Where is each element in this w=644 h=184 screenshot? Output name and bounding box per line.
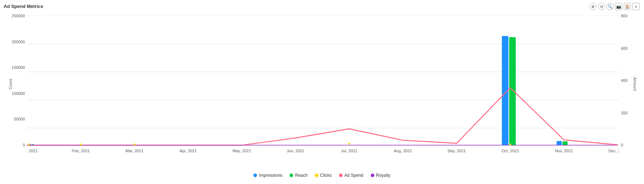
chart-svg: Jan, 2021 Feb, 2021 Mar, 2021 Apr, 2021 … <box>27 16 619 156</box>
chart-container: Ad Spend Metrics ⊕ ⊖ 🔍 📷 🏠 ≡ Count 25000… <box>0 0 644 184</box>
zoom-out-button[interactable]: ⊖ <box>598 3 605 10</box>
x-label-aug: Aug, 2021 <box>394 149 412 153</box>
legend-label-royalty: Royalty <box>376 173 391 178</box>
x-label-nov: Nov, 2021 <box>555 149 573 153</box>
legend-impressions: Impressions <box>253 173 282 178</box>
clicks-dot-jul <box>348 143 350 145</box>
legend-label-ad-spend: Ad Spend <box>344 173 364 178</box>
legend-dot-clicks <box>315 174 318 177</box>
x-label-oct: Oct, 2021 <box>501 149 519 153</box>
x-label-jul: Jul, 2021 <box>341 149 357 153</box>
ad-spend-line <box>27 88 618 145</box>
y-tick-800: 800 <box>621 14 627 18</box>
x-label-mar: Mar, 2021 <box>126 149 143 153</box>
legend-label-reach: Reach <box>295 173 308 178</box>
camera-button[interactable]: 📷 <box>615 3 622 10</box>
clicks-dot-jan <box>28 144 30 145</box>
legend-dot-impressions <box>253 174 257 177</box>
x-label-jan: Jan, 2021 <box>27 149 38 153</box>
y-tick-0-left: 0 <box>23 143 25 147</box>
legend-ad-spend: Ad Spend <box>339 173 364 178</box>
legend-dot-ad-spend <box>339 174 343 177</box>
legend-reach: Reach <box>290 173 308 178</box>
menu-button[interactable]: ≡ <box>632 3 640 10</box>
y-axis-right-label: Amount <box>633 77 637 91</box>
y-tick-600: 600 <box>621 46 627 51</box>
y-axis-left-label: Count <box>8 79 13 89</box>
bar-nov-impressions <box>557 141 562 145</box>
chart-inner: Jan, 2021 Feb, 2021 Mar, 2021 Apr, 2021 … <box>27 16 619 160</box>
y-tick-200000: 200000 <box>12 40 25 44</box>
x-label-feb: Feb, 2021 <box>72 149 90 153</box>
chart-title: Ad Spend Metrics <box>4 4 640 9</box>
legend-label-clicks: Clicks <box>320 173 332 178</box>
y-tick-150000: 150000 <box>12 65 25 70</box>
y-tick-250000: 250000 <box>12 14 25 18</box>
legend: Impressions Reach Clicks Ad Spend Royalt… <box>4 171 640 179</box>
y-tick-50000: 50000 <box>14 117 25 121</box>
bar-oct-reach <box>509 37 515 145</box>
zoom-in-button[interactable]: ⊕ <box>589 3 596 10</box>
y-tick-200: 200 <box>621 111 627 115</box>
y-tick-100000: 100000 <box>12 91 25 96</box>
toolbar: ⊕ ⊖ 🔍 📷 🏠 ≡ <box>589 3 640 10</box>
legend-dot-reach <box>290 174 293 177</box>
bar-nov-reach <box>562 141 567 145</box>
legend-royalty: Royalty <box>371 173 391 178</box>
legend-dot-royalty <box>371 174 374 177</box>
x-label-may: May, 2021 <box>232 149 251 153</box>
home-button[interactable]: 🏠 <box>624 3 631 10</box>
x-label-jun: Jun, 2021 <box>287 149 304 153</box>
clicks-dot-oct <box>509 144 511 145</box>
clicks-dot-feb <box>80 144 82 145</box>
clicks-dot-mar <box>134 144 135 145</box>
y-tick-400: 400 <box>621 78 627 83</box>
x-label-dec: Dec, 2021 <box>609 149 619 153</box>
x-label-sep: Sep, 2021 <box>447 149 466 153</box>
zoom-button[interactable]: 🔍 <box>606 3 614 10</box>
legend-label-impressions: Impressions <box>259 173 282 178</box>
y-tick-0-right: 0 <box>621 143 623 147</box>
chart-area: Count 250000 200000 150000 100000 50000 … <box>4 12 640 171</box>
x-label-apr: Apr, 2021 <box>179 149 197 153</box>
legend-clicks: Clicks <box>315 173 332 178</box>
